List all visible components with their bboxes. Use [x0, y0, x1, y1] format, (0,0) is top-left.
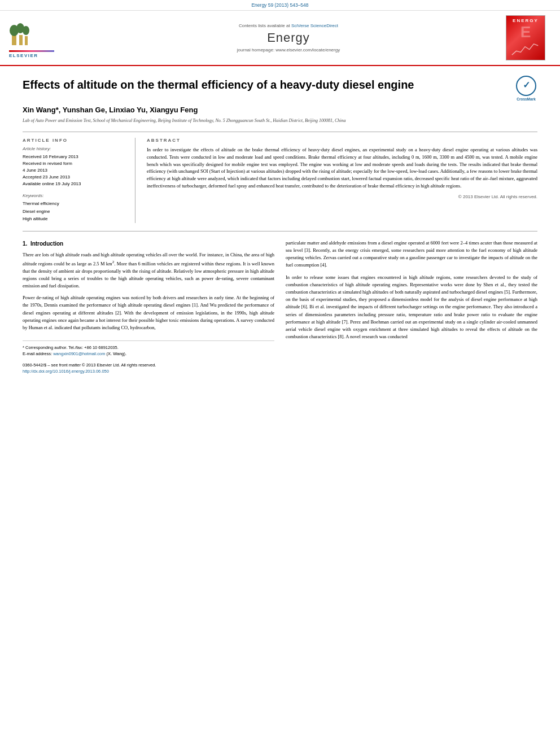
- body-para-2: Power de-rating of high altitude operati…: [23, 294, 274, 331]
- crossmark-area: ✓ CrossMark: [515, 77, 537, 100]
- article-title-row: Effects of altitude on the thermal effic…: [23, 77, 537, 100]
- history-revised-date: 4 June 2013: [23, 167, 127, 174]
- body-right-column: particulate matter and aldehyde emission…: [286, 239, 537, 374]
- body-para-r2: In order to release some issues that eng…: [286, 274, 537, 341]
- abstract-text: In order to investigate the effects of a…: [147, 146, 537, 190]
- abstract-header: ABSTRACT: [147, 138, 537, 143]
- footnote-email: E-mail address: wangxin0901@hotmail.com …: [23, 351, 274, 357]
- footnote-issn: 0360-5442/$ – see front matter © 2013 El…: [23, 362, 274, 368]
- history-accepted: Accepted 23 June 2013: [23, 174, 127, 181]
- cover-title: ENERGY: [513, 18, 539, 23]
- cover-logo-e: E: [520, 23, 531, 41]
- footnote-doi[interactable]: http://dx.doi.org/10.1016/j.energy.2013.…: [23, 368, 274, 375]
- journal-header: ELSEVIER Contents lists available at Sci…: [0, 11, 560, 66]
- copyright: © 2013 Elsevier Ltd. All rights reserved…: [147, 194, 537, 199]
- body-content: 1. Introduction There are lots of high a…: [23, 239, 537, 374]
- elsevier-logo-area: ELSEVIER: [9, 15, 77, 60]
- section1-number: 1.: [23, 241, 27, 247]
- svg-rect-5: [25, 36, 28, 45]
- keyword-2: Diesel engine: [23, 208, 127, 216]
- journal-reference-bar: Energy 59 (2013) 543–548: [0, 0, 560, 11]
- svg-rect-4: [19, 35, 23, 45]
- journal-homepage: journal homepage: www.elsevier.com/locat…: [82, 47, 495, 53]
- abstract-column: ABSTRACT In order to investigate the eff…: [147, 138, 537, 223]
- elsevier-tree-icon: [9, 18, 49, 49]
- crossmark-label: CrossMark: [517, 97, 536, 102]
- section-divider: [23, 231, 537, 231]
- footnote-area: * Corresponding author. Tel./fax: +86 10…: [23, 340, 274, 374]
- history-received: Received 16 February 2013: [23, 154, 127, 160]
- journal-title: Energy: [82, 30, 495, 45]
- keyword-1: Thermal efficiency: [23, 200, 127, 208]
- keyword-3: High altitude: [23, 215, 127, 223]
- sciverse-text: Contents lists available at SciVerse Sci…: [82, 23, 495, 28]
- article-info-header: ARTICLE INFO: [23, 138, 127, 143]
- footnote-corresponding: * Corresponding author. Tel./fax: +86 10…: [23, 344, 274, 351]
- body-para-r1: particulate matter and aldehyde emission…: [286, 239, 537, 269]
- history-label: Article history:: [23, 146, 127, 151]
- section1-title: 1. Introduction: [23, 239, 274, 248]
- elsevier-logo: ELSEVIER: [9, 18, 54, 58]
- history-online: Available online 19 July 2013: [23, 181, 127, 187]
- article-info-abstract: ARTICLE INFO Article history: Received 1…: [23, 132, 537, 223]
- history-revised-label: Received in revised form: [23, 160, 127, 167]
- journal-reference: Energy 59 (2013) 543–548: [251, 2, 308, 8]
- section1-title-text: Introduction: [30, 241, 63, 247]
- body-para-1: There are lots of high altitude roads an…: [23, 251, 274, 290]
- crossmark-icon: ✓: [516, 76, 536, 96]
- body-left-column: 1. Introduction There are lots of high a…: [23, 239, 274, 374]
- cover-chart-icon: [510, 41, 541, 58]
- sciverse-link[interactable]: SciVerse ScienceDirect: [291, 23, 338, 28]
- journal-title-area: Contents lists available at SciVerse Sci…: [82, 15, 495, 60]
- affiliation: Lab of Auto Power and Emission Test, Sch…: [23, 117, 537, 124]
- journal-cover-image: ENERGY E: [506, 15, 545, 60]
- authors: Xin Wang*, Yunshan Ge, Linxiao Yu, Xiang…: [23, 106, 537, 114]
- footnote-email-link[interactable]: wangxin0901@hotmail.com: [53, 351, 105, 356]
- svg-point-3: [23, 26, 29, 35]
- main-content-area: Effects of altitude on the thermal effic…: [0, 66, 560, 386]
- keywords-label: Keywords:: [23, 193, 127, 198]
- elsevier-color-bar: [9, 50, 54, 52]
- elsevier-text: ELSEVIER: [9, 53, 38, 58]
- journal-cover-area: ENERGY E: [500, 15, 551, 60]
- article-info-column: ARTICLE INFO Article history: Received 1…: [23, 138, 135, 223]
- article-title: Effects of altitude on the thermal effic…: [23, 77, 515, 92]
